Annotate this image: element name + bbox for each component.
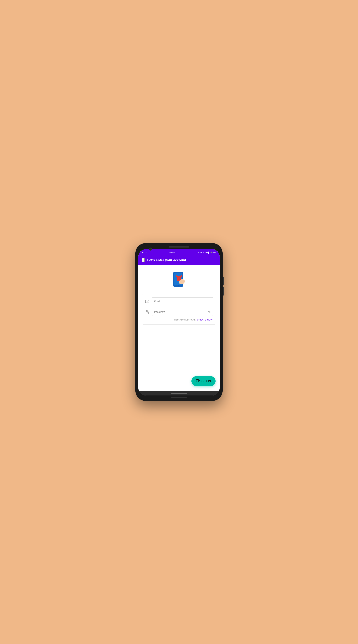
svg-point-10 <box>210 311 210 312</box>
form-card: Don't have a account? CREATE NOW! <box>142 294 216 324</box>
close-button[interactable]: × <box>142 258 144 262</box>
svg-rect-11 <box>196 380 199 382</box>
battery-percent: 59% <box>212 252 216 254</box>
speaker-bottom <box>170 397 188 398</box>
password-input[interactable] <box>152 308 214 316</box>
svg-point-4 <box>178 286 179 286</box>
password-wrapper <box>152 308 214 316</box>
speaker-top <box>169 246 189 248</box>
front-camera <box>149 248 152 250</box>
get-in-button[interactable]: GET IN <box>192 376 216 386</box>
login-arrow-icon <box>196 379 200 384</box>
get-in-label: GET IN <box>202 380 211 383</box>
status-right-icons: • ⊖ 4G ▲ 4G+ ▌ 🔋 59% <box>197 252 216 254</box>
app-icon <box>170 270 188 289</box>
svg-point-7 <box>147 312 148 313</box>
4g-icon: 4G <box>200 252 202 254</box>
email-icon <box>144 300 150 303</box>
phone-screen: 10:07 ✉ G ◎ • ⊖ 4G ▲ 4G+ ▌ 🔋 59% × Let's… <box>138 249 220 396</box>
volume-down-button[interactable] <box>223 287 224 296</box>
status-icons: ✉ G ◎ <box>169 252 175 254</box>
lock-icon <box>144 310 150 314</box>
signal-bars-icon: ▌ <box>208 252 210 254</box>
wifi-icon: ▲ <box>202 252 204 254</box>
translate-icon: G <box>171 252 173 254</box>
toggle-password-icon[interactable] <box>208 310 212 314</box>
dot-icon: • <box>197 252 198 254</box>
email-row <box>144 297 214 305</box>
main-content: Don't have a account? CREATE NOW! GET IN <box>138 265 220 391</box>
phone-frame: 10:07 ✉ G ◎ • ⊖ 4G ▲ 4G+ ▌ 🔋 59% × Let's… <box>136 243 222 401</box>
volume-up-button[interactable] <box>223 277 224 285</box>
home-indicator <box>170 393 188 394</box>
status-time: 10:07 <box>142 251 147 254</box>
app-header: × Let's enter your account <box>138 256 220 265</box>
location-icon: ◎ <box>173 252 175 254</box>
create-account-row: Don't have a account? CREATE NOW! <box>144 318 214 321</box>
bottom-nav-bar <box>138 391 220 396</box>
battery-icon: 🔋 <box>210 252 212 254</box>
create-now-button[interactable]: CREATE NOW! <box>197 318 214 321</box>
password-row <box>144 308 214 316</box>
no-account-text: Don't have a account? <box>174 318 196 321</box>
mail-notify-icon: ✉ <box>169 252 170 254</box>
signal-icon: 4G+ <box>205 252 208 254</box>
header-title: Let's enter your account <box>147 258 186 262</box>
phone-icon: ⊖ <box>198 252 199 254</box>
email-input[interactable] <box>152 297 214 305</box>
